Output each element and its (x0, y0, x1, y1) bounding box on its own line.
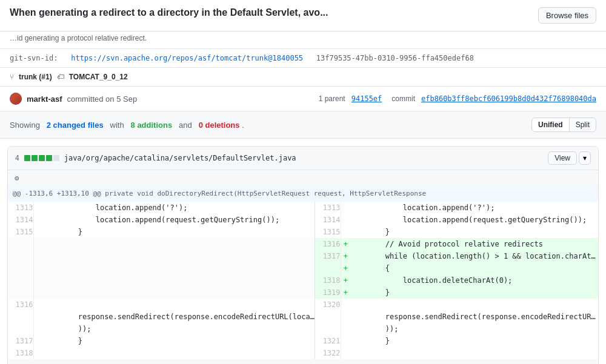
commit-title: When generating a redirect to a director… (10, 7, 538, 18)
parent-hash[interactable]: 94155ef (351, 94, 382, 103)
right-code-1317: while (location.length() > 1 && location… (350, 250, 598, 262)
author-row: markt-asf committed on 5 Sep 1 parent 94… (0, 87, 606, 111)
page-wrapper: When generating a redirect to a director… (0, 0, 606, 364)
file-number-1: 4 (15, 154, 19, 162)
right-sign-3 (341, 226, 350, 238)
left-line-num-1316: 1316 (8, 299, 33, 311)
commit-info: commit efb860b3ff8ebcf606199b8d0d432f768… (391, 94, 596, 103)
author-action: committed on 5 Sep (67, 94, 138, 104)
dot-2 (32, 155, 38, 161)
diff-line-1: 1313 location.append('?'); 1313 location… (8, 202, 598, 214)
expand-row-bottom-1[interactable]: ⚙ (8, 359, 598, 364)
commit-subtitle: …id generating a protocol relative redir… (0, 31, 606, 49)
right-line-num-1319: 1319 (315, 286, 341, 299)
dot-4 (46, 155, 52, 161)
right-line-num-1318: 1318 (315, 274, 341, 286)
expand-row-1[interactable]: ⚙ (8, 170, 598, 186)
left-line-num-1315: 1315 (8, 226, 33, 238)
left-line-num-close (8, 323, 33, 335)
git-svn-url[interactable]: https://svn.apache.org/repos/asf/tomcat/… (71, 54, 303, 62)
left-sign-3 (33, 226, 43, 238)
left-sign-9 (33, 299, 43, 311)
right-line-num-1314: 1314 (315, 214, 341, 226)
left-code-empty-1319 (43, 286, 315, 299)
left-sign-1 (33, 202, 43, 214)
additions-stat: 8 additions (131, 121, 173, 130)
right-code-brace: { (350, 262, 598, 274)
right-sign-5: + (341, 250, 350, 262)
expand-icon-1: ⚙ (15, 174, 19, 182)
refs-row: ⑂ trunk (#1) 🏷 TOMCAT_9_0_12 (0, 68, 606, 87)
view-file-1-button[interactable]: View (548, 151, 577, 165)
left-code-1317: } (43, 335, 315, 347)
hunk-header-text-1: @@ -1313,6 +1313,10 @@ private void doDi… (13, 190, 426, 197)
commit-header: When generating a redirect to a director… (0, 0, 606, 31)
right-sign-4: + (341, 238, 350, 250)
chevron-down-1-button[interactable]: ▾ (579, 151, 591, 165)
with-label: with (110, 121, 124, 130)
right-line-num-close (315, 323, 341, 335)
split-view-button[interactable]: Split (569, 117, 596, 132)
right-sign-11 (341, 323, 350, 335)
changed-files-link[interactable]: 2 changed files (47, 121, 104, 130)
git-svn-row: git-svn-id: https://svn.apache.org/repos… (0, 49, 606, 68)
commit-hash[interactable]: efb860b3ff8ebcf606199b8d0d432f76898040da (421, 94, 596, 103)
avatar (10, 93, 22, 105)
git-svn-label: git-svn-id: (10, 54, 58, 62)
diff-line-6: + { (8, 262, 598, 274)
diff-stat-dots-1 (24, 155, 59, 161)
right-sign-1 (341, 202, 350, 214)
left-sign-13 (33, 347, 43, 359)
left-code-1313a: location.append('?'); (43, 202, 315, 214)
branch-label: trunk (#1) (19, 73, 52, 81)
left-sign-11 (33, 323, 43, 335)
left-line-num-empty-1316 (8, 238, 33, 250)
right-sign-10 (341, 311, 350, 323)
git-svn-hash: 13f79535-47bb-0310-9956-ffa450edef68 (316, 54, 474, 62)
unified-view-button[interactable]: Unified (531, 117, 570, 132)
commit-details: 1 parent 94155ef commit efb860b3ff8ebcf6… (319, 94, 596, 103)
deletions-stat: 0 deletions (199, 121, 240, 130)
left-code-1315: } (43, 226, 315, 238)
left-line-num-1313a: 1313 (8, 202, 33, 214)
parent-label: 1 parent (319, 94, 345, 103)
commit-subtitle-text: …id generating a protocol relative redir… (10, 34, 147, 42)
showing-label: Showing (10, 121, 40, 130)
dot-1 (24, 155, 30, 161)
right-code-1318: location.deleteCharAt(0); (350, 274, 598, 286)
dot-5 (53, 155, 59, 161)
left-code-1318 (43, 347, 315, 359)
right-sign-12 (341, 335, 350, 347)
right-code-1316: // Avoid protocol relative redirects (350, 238, 598, 250)
author-name[interactable]: markt-asf (27, 94, 62, 104)
right-sign-6: + (341, 262, 350, 274)
tag-icon: 🏷 (57, 73, 64, 81)
diff-line-9: 1316 1320 (8, 299, 598, 311)
right-code-1315: } (350, 226, 598, 238)
diff-file-1: 4 java/org/apache/catalina/servlets/Defa… (7, 146, 599, 364)
browse-files-button[interactable]: Browse files (538, 7, 596, 24)
left-line-num-1318: 1318 (8, 347, 33, 359)
diff-line-13: 1318 1322 (8, 347, 598, 359)
diff-filename-1: java/org/apache/catalina/servlets/Defaul… (64, 154, 296, 162)
left-sign-12 (33, 335, 43, 347)
right-sign-2 (341, 214, 350, 226)
right-line-num-1320: 1320 (315, 299, 341, 311)
left-line-num-send (8, 311, 33, 323)
left-code-empty-1316 (43, 238, 315, 250)
hunk-header-1: @@ -1313,6 +1313,10 @@ private void doDi… (8, 186, 598, 202)
right-code-close: )); (350, 323, 598, 335)
commit-label: commit (391, 94, 415, 103)
right-line-num-1322: 1322 (315, 347, 341, 359)
parent-info: 1 parent 94155ef (319, 94, 382, 103)
left-code-close: )); (43, 323, 315, 335)
right-line-num-1317: 1317 (315, 250, 341, 262)
stats-bar: Showing 2 changed files with 8 additions… (0, 111, 606, 139)
right-code-send: response.sendRedirect(response.encodeRed… (350, 311, 598, 323)
diff-split-table-1: ⚙ @@ -1313,6 +1313,10 @@ private void do… (8, 170, 598, 364)
right-code-1321: } (350, 335, 598, 347)
branch-icon: ⑂ (10, 73, 14, 81)
author-info: markt-asf committed on 5 Sep (10, 93, 137, 105)
left-sign-4 (33, 238, 43, 250)
left-sign-7 (33, 274, 43, 286)
